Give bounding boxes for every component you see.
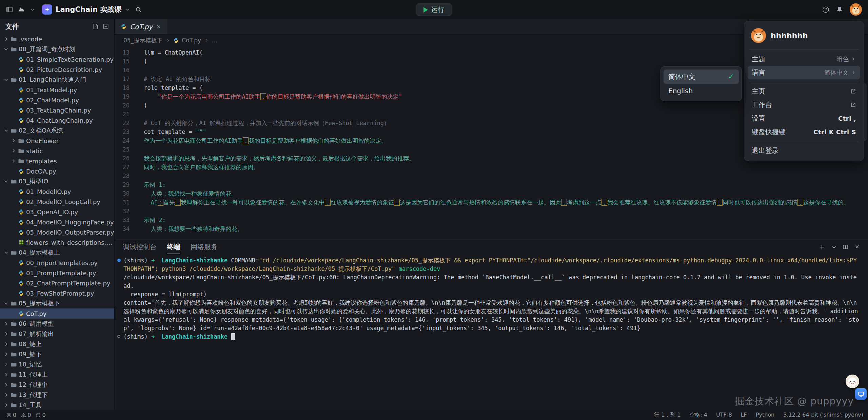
statusbar-item[interactable]: LF xyxy=(741,412,747,419)
line-number: 26 xyxy=(115,154,144,163)
terminal-line: /cloudide/workspace/LangChain-shizhanke/… xyxy=(123,273,860,290)
statusbar-item[interactable]: Python xyxy=(756,412,774,419)
app-logo-icon[interactable] xyxy=(18,6,25,13)
tree-file[interactable]: DocQA.py xyxy=(0,166,114,176)
user-menu-item[interactable]: 设置Ctrl , xyxy=(748,112,860,125)
terminal-dropdown-icon[interactable] xyxy=(831,244,837,250)
user-menu-item[interactable]: 退出登录 xyxy=(748,144,860,157)
tree-folder[interactable]: 14_工具 xyxy=(0,400,114,410)
close-panel-icon[interactable] xyxy=(854,244,860,250)
workspace-switcher[interactable]: LangChain 实战课 xyxy=(42,4,131,15)
new-terminal-icon[interactable] xyxy=(819,244,825,250)
tree-file[interactable]: 01_ModelIO.py xyxy=(0,186,114,197)
tree-file[interactable]: 01_PromptTemplate.py xyxy=(0,268,114,278)
user-menu-item[interactable]: 主题暗色 xyxy=(748,52,860,66)
search-icon[interactable] xyxy=(135,6,142,13)
tree-folder[interactable]: 10_记忆 xyxy=(0,359,114,369)
tree-file[interactable]: 03_FewShotPrompt.py xyxy=(0,288,114,298)
language-option[interactable]: 简体中文✓ xyxy=(664,69,739,84)
problems-error[interactable]: 0 xyxy=(5,412,18,418)
tree-folder[interactable]: 04_提示模板上 xyxy=(0,247,114,258)
tree-item-label: 03_模型IO xyxy=(19,177,48,185)
workspace-name: LangChain 实战课 xyxy=(56,5,122,14)
split-panel-icon[interactable] xyxy=(843,244,848,250)
tree-folder[interactable]: templates xyxy=(0,156,114,166)
tree-file[interactable]: 03_OpenAI_IO.py xyxy=(0,207,114,217)
tree-file[interactable]: 05_ModelIO_OutputParser.py xyxy=(0,227,114,237)
assistant-avatar[interactable] xyxy=(846,375,859,388)
statusbar-item[interactable]: 空格: 4 xyxy=(689,412,707,419)
tree-file[interactable]: 03_TextLangChain.py xyxy=(0,105,114,115)
folder-icon xyxy=(11,331,17,337)
workspace-chevron-icon xyxy=(125,7,131,12)
tree-file[interactable]: 02_ModelIO_LoopCall.py xyxy=(0,197,114,207)
user-menu-item[interactable]: 工作台 xyxy=(748,98,860,112)
tree-folder[interactable]: 07_解析输出 xyxy=(0,329,114,339)
panel-tab[interactable]: 调试控制台 xyxy=(123,240,157,254)
logo-chevron-icon[interactable] xyxy=(30,7,35,12)
menu-divider xyxy=(749,49,859,50)
tree-folder[interactable]: 03_模型IO xyxy=(0,176,114,186)
statusbar-item[interactable]: 3.12.2 64-bit ('shims': pyenv) xyxy=(783,412,863,419)
tree-folder[interactable]: 05_提示模板下 xyxy=(0,298,114,308)
user-menu-item[interactable]: 主页 xyxy=(748,84,860,98)
tree-folder[interactable]: 11_代理上 xyxy=(0,369,114,380)
terminal-text: /cloudide/workspace/LangChain-shizhanke/… xyxy=(123,273,860,290)
breadcrumb-item[interactable]: 05_提示模板下 xyxy=(123,37,162,44)
panel-tab[interactable]: 终端 xyxy=(167,240,180,254)
tree-folder[interactable]: OneFlower xyxy=(0,136,114,146)
notifications-icon[interactable] xyxy=(836,6,843,13)
command-decoration-icon xyxy=(117,259,121,262)
editor-tab[interactable]: CoT.py xyxy=(115,19,168,34)
statusbar-item[interactable]: 行 1，列 1 xyxy=(654,412,681,419)
panel-tab[interactable]: 网络服务 xyxy=(191,240,218,254)
terminal-output[interactable]: (shims) ➜ LangChain-shizhanke COMMAND="c… xyxy=(115,254,868,410)
tree-file[interactable]: 02_PictureDescription.py xyxy=(0,64,114,75)
tree-folder[interactable]: 01_LangChain快速入门 xyxy=(0,75,114,85)
tree-folder[interactable]: 02_文档QA系统 xyxy=(0,125,114,136)
close-tab-icon[interactable] xyxy=(156,24,161,29)
tree-file[interactable]: 01_TextModel.py xyxy=(0,85,114,95)
user-avatar[interactable] xyxy=(850,3,862,16)
language-option[interactable]: English xyxy=(664,84,739,98)
tree-file[interactable]: 04_ChatLongChain.py xyxy=(0,115,114,125)
tree-folder[interactable]: static xyxy=(0,146,114,156)
tree-item-label: 12_代理中 xyxy=(19,381,48,389)
breadcrumb-item[interactable]: CoT.py xyxy=(182,37,201,44)
terminal-line: (shims) ➜ LangChain-shizhanke xyxy=(123,333,860,341)
tree-folder[interactable]: 13_代理下 xyxy=(0,390,114,400)
statusbar-item[interactable]: UTF-8 xyxy=(716,412,732,419)
tree-file[interactable]: 04_ModelIO_HuggingFace.py xyxy=(0,217,114,227)
chevron-right-icon xyxy=(851,70,856,75)
tree-file[interactable]: flowers_with_descriptions.csv xyxy=(0,237,114,247)
python-file-icon xyxy=(18,270,24,276)
collapse-folders-icon[interactable] xyxy=(103,23,109,29)
tree-file[interactable]: CoT.py xyxy=(0,308,114,319)
tree-item-label: 00_开篇词_奇点时刻 xyxy=(19,45,75,53)
user-menu-item[interactable]: 语言简体中文 xyxy=(748,66,860,79)
help-icon[interactable] xyxy=(822,6,829,13)
tree-file[interactable]: 02_ChatPromptTemplate.py xyxy=(0,278,114,288)
user-menu-item[interactable]: 键盘快捷键Ctrl K Ctrl S xyxy=(748,125,860,139)
breadcrumb-item[interactable]: ... xyxy=(212,37,217,44)
tree-folder[interactable]: 08_链上 xyxy=(0,339,114,349)
sidebar-toggle-icon[interactable] xyxy=(6,6,13,13)
tree-file[interactable]: 02_ChatModel.py xyxy=(0,95,114,105)
tree-file[interactable]: 00_ImportTemplates.py xyxy=(0,258,114,268)
tree-folder[interactable]: 12_代理中 xyxy=(0,380,114,390)
problems-warning[interactable]: 0 xyxy=(19,412,33,418)
tree-folder[interactable]: 09_链下 xyxy=(0,349,114,359)
tree-folder[interactable]: 00_开篇词_奇点时刻 xyxy=(0,44,114,54)
python-file-icon xyxy=(18,189,24,195)
run-button[interactable]: 运行 xyxy=(416,3,452,16)
spark-icon xyxy=(44,7,50,12)
code-text: llm = ChatOpenAI( xyxy=(144,48,203,57)
problems-info[interactable]: 0 xyxy=(34,412,47,418)
tree-file[interactable]: 01_SimpleTextGeneration.py xyxy=(0,54,114,64)
new-file-icon[interactable] xyxy=(93,23,99,29)
terminal-cursor xyxy=(231,333,235,340)
tree-folder[interactable]: .vscode xyxy=(0,34,114,44)
tree-item-label: 02_PictureDescription.py xyxy=(26,66,102,73)
remote-widget-icon[interactable] xyxy=(855,388,867,400)
tree-folder[interactable]: 06_调用模型 xyxy=(0,319,114,329)
